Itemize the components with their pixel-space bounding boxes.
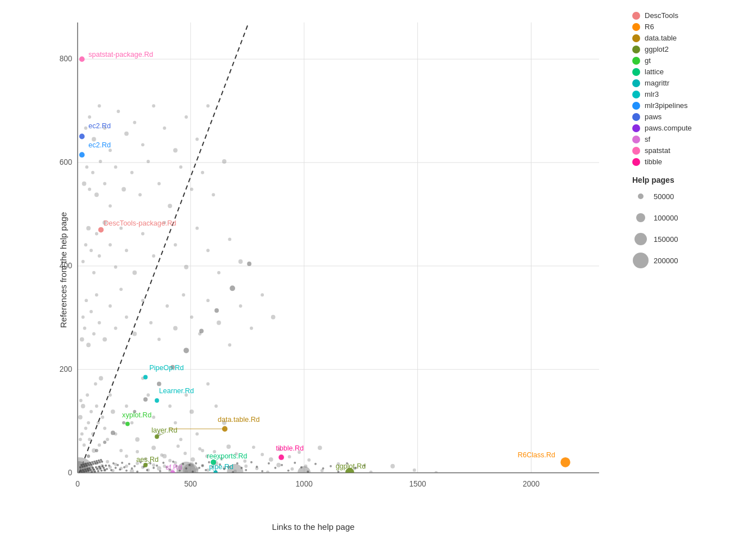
svg-point-295 — [146, 469, 148, 471]
svg-point-256 — [104, 469, 106, 471]
svg-text:tibble.Rd: tibble.Rd — [276, 444, 303, 452]
svg-point-214 — [168, 459, 172, 462]
svg-point-325 — [256, 466, 258, 468]
svg-point-196 — [133, 121, 136, 124]
legend-panel: DescTools R6 data.table ggplot2 gt latti… — [627, 0, 756, 540]
svg-point-283 — [115, 467, 117, 469]
svg-point-369 — [560, 457, 570, 467]
svg-point-291 — [133, 465, 136, 467]
svg-point-96 — [119, 449, 123, 452]
legend-label: gt — [645, 56, 651, 65]
scatter-points — [64, 56, 570, 488]
svg-point-170 — [88, 187, 91, 191]
legend-color-dot — [632, 46, 640, 53]
svg-point-176 — [114, 165, 118, 169]
svg-point-198 — [152, 104, 155, 107]
svg-point-246 — [93, 469, 95, 471]
svg-point-328 — [274, 467, 277, 469]
svg-point-258 — [79, 466, 82, 469]
svg-point-337 — [338, 471, 340, 473]
svg-point-282 — [112, 462, 115, 465]
legend-color-dot — [632, 102, 640, 110]
svg-point-329 — [281, 464, 283, 466]
svg-point-266 — [88, 464, 90, 466]
svg-point-278 — [101, 461, 103, 463]
chart-area: References from the help page Links to t… — [0, 0, 627, 540]
svg-point-80 — [87, 421, 90, 425]
legend-color-dot — [632, 12, 640, 20]
svg-text:ec2.Rd: ec2.Rd — [88, 141, 111, 149]
legend-color-dot — [632, 147, 640, 155]
svg-point-99 — [135, 437, 140, 442]
svg-point-144 — [271, 315, 276, 320]
svg-point-209 — [125, 454, 128, 458]
legend-label: mlr3 — [645, 90, 659, 98]
svg-point-336 — [330, 465, 332, 467]
svg-point-335 — [322, 467, 325, 470]
svg-point-71 — [434, 471, 438, 475]
svg-point-92 — [106, 438, 109, 441]
svg-point-107 — [179, 438, 183, 441]
svg-point-308 — [188, 464, 191, 466]
svg-point-348 — [157, 381, 161, 386]
svg-point-76 — [81, 404, 86, 408]
svg-point-272 — [94, 462, 97, 465]
svg-point-312 — [201, 465, 204, 467]
svg-point-112 — [206, 382, 210, 385]
legend-label: ggplot2 — [645, 45, 669, 53]
svg-point-79 — [86, 393, 89, 397]
legend-color-dot — [632, 23, 640, 31]
svg-point-61 — [266, 471, 269, 474]
svg-point-197 — [141, 143, 145, 146]
svg-text:1000: 1000 — [296, 480, 313, 488]
legend-color-dot — [632, 113, 640, 121]
svg-text:data.table.Rd: data.table.Rd — [218, 416, 260, 424]
svg-point-73 — [78, 415, 83, 420]
svg-point-88 — [98, 443, 101, 447]
svg-point-241 — [87, 470, 89, 472]
svg-point-361 — [125, 422, 130, 426]
svg-point-313 — [205, 469, 207, 471]
svg-point-188 — [84, 127, 88, 130]
svg-point-212 — [151, 446, 156, 450]
legend-label: sf — [645, 135, 650, 143]
svg-text:spatstat-package.Rd: spatstat-package.Rd — [88, 51, 153, 58]
svg-point-303 — [172, 461, 174, 463]
legend-label: lattice — [645, 68, 664, 76]
svg-point-62 — [276, 463, 281, 467]
svg-point-352 — [214, 308, 219, 313]
svg-point-200 — [173, 148, 178, 152]
svg-point-353 — [230, 285, 235, 291]
svg-point-334 — [314, 463, 317, 465]
svg-text:1500: 1500 — [409, 480, 426, 488]
svg-point-135 — [182, 293, 185, 296]
svg-point-186 — [212, 193, 215, 196]
svg-point-134 — [173, 326, 178, 331]
svg-point-264 — [86, 465, 88, 467]
legend-item-datatable: data.table — [632, 34, 750, 42]
svg-point-201 — [184, 115, 188, 119]
legend-label: magrittr — [645, 79, 669, 87]
svg-point-77 — [83, 443, 86, 447]
svg-point-106 — [174, 421, 177, 425]
svg-point-189 — [88, 115, 91, 119]
svg-text:Learner.Rd: Learner.Rd — [159, 387, 194, 395]
svg-point-332 — [300, 466, 303, 469]
svg-point-136 — [190, 316, 194, 319]
svg-point-165 — [217, 271, 220, 274]
legend-item-sf: sf — [632, 135, 750, 143]
svg-line-23 — [79, 22, 249, 473]
svg-point-141 — [239, 304, 242, 308]
legend-color-dot — [632, 68, 640, 76]
svg-point-351 — [199, 329, 204, 334]
svg-point-63 — [291, 467, 294, 471]
svg-point-41 — [130, 469, 134, 474]
svg-point-130 — [141, 299, 145, 302]
svg-point-183 — [179, 165, 183, 169]
svg-point-78 — [84, 427, 88, 430]
svg-point-87 — [97, 421, 100, 425]
size-legend-150000: 150000 — [632, 231, 750, 248]
svg-point-138 — [206, 299, 210, 302]
svg-point-184 — [190, 187, 194, 191]
svg-text:R6Class.Rd: R6Class.Rd — [518, 451, 555, 459]
